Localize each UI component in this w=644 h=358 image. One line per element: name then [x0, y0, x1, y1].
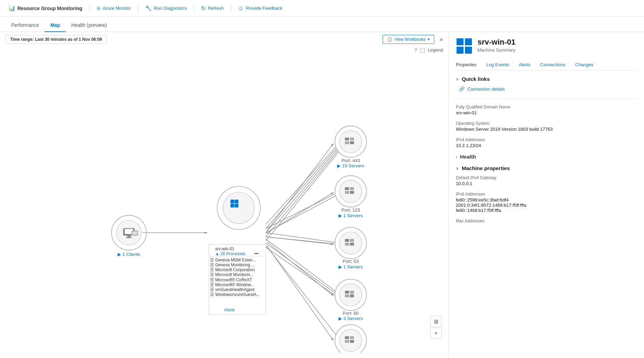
processes-count: ▲ 28 Processes	[215, 251, 245, 256]
ipv6-label: IPv6 Addresses	[456, 192, 637, 197]
tab-properties[interactable]: Properties	[456, 60, 481, 70]
line-to-123-1	[266, 191, 340, 229]
machine-props-header[interactable]: ∨ Machine properties	[456, 165, 637, 171]
run-diagnostics-label: Run Diagnostics	[154, 6, 187, 11]
client-screen-2	[132, 231, 137, 235]
tab-connections[interactable]: Connections	[535, 60, 570, 70]
tab-performance[interactable]: Performance	[6, 19, 45, 32]
connection-details-link[interactable]: 🔗 Connection details	[459, 86, 637, 92]
client-stand	[127, 236, 131, 237]
port-icon-53	[345, 239, 349, 242]
quick-links-chevron: ∨	[456, 77, 459, 82]
zoom-in-button[interactable]: +	[430, 328, 442, 339]
health-header[interactable]: › Health	[456, 154, 637, 160]
os-value: Windows Server 2019 Version 1803 build 1…	[456, 127, 637, 132]
port-443-node[interactable]	[335, 126, 367, 157]
port-icon-32526	[345, 336, 349, 339]
refresh-icon: ↻	[201, 5, 206, 12]
nav-run-diagnostics[interactable]: 🔧 Run Diagnostics	[141, 2, 191, 14]
process-menu: •••	[254, 251, 258, 256]
fit-to-screen-button[interactable]: ⊞	[430, 316, 442, 327]
client-node[interactable]	[112, 215, 147, 250]
line-to-443-4	[266, 148, 340, 237]
port-icon-80d	[350, 295, 354, 297]
port-icon-123	[345, 187, 349, 190]
connection-details-label: Connection details	[467, 86, 505, 92]
fqdn-value: srv-win-01	[456, 110, 637, 115]
map-canvas: ▶ 1 Clients srv-win-01 ▲ 28 Pr	[0, 55, 449, 353]
windows-logo	[456, 38, 473, 54]
port-icon-123c	[345, 191, 349, 194]
tab-alerts[interactable]: Alerts	[514, 60, 535, 70]
ipv4-group: IPv4 Addresses 10.2.1.23/24	[456, 137, 637, 148]
port-53-servers: ▶ 1 Servers	[339, 264, 363, 269]
arrow-to-80	[267, 242, 333, 296]
expand-map-icon[interactable]: ⬚	[420, 47, 425, 53]
machine-info: srv-win-01 Machine Summary	[478, 38, 516, 53]
expand-icon[interactable]: »	[440, 36, 443, 43]
svg-rect-20	[465, 38, 472, 45]
port-icon-443c	[345, 141, 349, 144]
proc-5: ☰ Microsoft® CoReXT	[210, 277, 252, 282]
brand-nav-item[interactable]: 📊 Resource Group Monitoring	[4, 2, 87, 14]
nav-divider-2	[138, 5, 138, 12]
brand-icon: 📊	[8, 5, 15, 12]
health-chevron: ›	[456, 154, 457, 159]
run-diagnostics-icon: 🔧	[145, 5, 152, 12]
os-label: Operating System	[456, 121, 637, 126]
port-icon-32526c	[345, 340, 349, 343]
tab-changes[interactable]: Changes	[570, 60, 598, 70]
proc-3: ☰ Microsoft Corporation	[210, 267, 255, 272]
tab-map[interactable]: Map	[45, 19, 66, 32]
nav-refresh[interactable]: ↻ Refresh	[197, 2, 228, 14]
main-layout: Time range: Last 30 minutes as of 1 Nov …	[0, 32, 644, 358]
arrow-to-123	[267, 192, 333, 233]
port-32526-node[interactable]	[335, 325, 367, 353]
quick-links-header[interactable]: ∨ Quick links	[456, 76, 637, 82]
port-icon-32526b	[350, 336, 354, 339]
svg-rect-5	[235, 200, 238, 204]
svg-rect-6	[230, 204, 234, 208]
mac-label: Mac Addresses	[456, 219, 637, 223]
more-link[interactable]: more	[224, 307, 235, 312]
time-range-button[interactable]: Time range: Last 30 minutes as of 1 Nov …	[6, 35, 106, 44]
port-icon-53d	[350, 243, 354, 245]
nav-azure-monitor[interactable]: ◎ Azure Monitor	[92, 3, 135, 14]
tab-health[interactable]: Health (preview)	[66, 19, 112, 32]
nav-provide-feedback[interactable]: ☺ Provide Feedback	[234, 2, 287, 14]
port-icon-443d	[350, 141, 354, 144]
detail-tabs: Properties Log Events Alerts Connections…	[456, 60, 637, 70]
svg-point-3	[223, 192, 254, 223]
map-toolbar: Time range: Last 30 minutes as of 1 Nov …	[0, 32, 449, 47]
line-to-80-1	[266, 239, 340, 295]
gateway-value: 10.0.0.1	[456, 181, 637, 186]
port-icon-443	[345, 138, 349, 140]
svg-rect-21	[457, 47, 464, 54]
health-title: Health	[460, 154, 476, 160]
port-443-servers: ▶ 19 Servers	[337, 163, 364, 168]
workbooks-label: View Workbooks	[394, 37, 425, 42]
arrow-to-443	[267, 144, 333, 230]
ipv6-value-2: 2001:0:34f1:8072:1468:b17:f5ff:fffa	[456, 203, 637, 208]
server-name-map: srv-win-01	[215, 246, 234, 251]
server-node[interactable]	[217, 186, 260, 230]
port-80-label: Port: 80	[343, 311, 359, 316]
tab-log-events[interactable]: Log Events	[481, 60, 514, 70]
port-123-node[interactable]	[335, 176, 367, 207]
legend-label: Legend	[428, 47, 443, 53]
nav-divider-3	[194, 5, 194, 12]
proc-6: ☰ Microsoft® Window...	[210, 282, 254, 287]
help-icon[interactable]: ?	[414, 47, 417, 53]
port-80-node[interactable]	[335, 279, 367, 311]
port-53-node[interactable]	[335, 227, 367, 259]
time-range-label: Time range:	[10, 37, 34, 42]
line-to-32526	[266, 245, 340, 340]
proc-1: ☰ Geneva MDM Exten...	[210, 258, 256, 262]
fqdn-label: Fully Qualified Domain Name	[456, 105, 637, 109]
view-workbooks-button[interactable]: 📋 View Workbooks ▾	[383, 35, 434, 44]
workbooks-icon: 📋	[387, 37, 392, 42]
nav-divider-4	[231, 5, 231, 12]
svg-rect-4	[230, 200, 234, 204]
port-443-label: Port: 443	[341, 158, 360, 163]
brand-label: Resource Group Monitoring	[17, 6, 82, 11]
